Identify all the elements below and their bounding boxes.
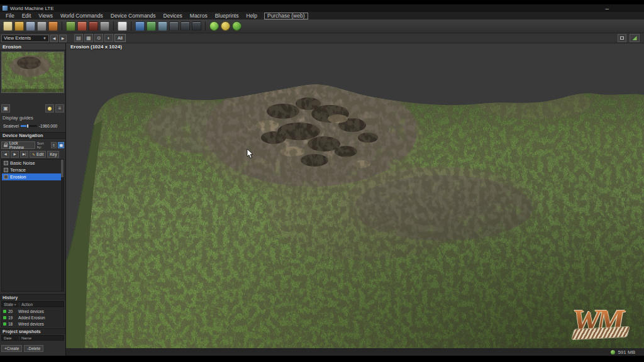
- view-extents-value: View Extents: [4, 35, 31, 41]
- history-row[interactable]: 19 Added Erosion: [2, 314, 64, 321]
- new-world-icon[interactable]: [3, 21, 13, 31]
- extents-prev-button[interactable]: ◀: [50, 35, 58, 42]
- preview-device-icon[interactable]: [74, 34, 83, 42]
- open-world-icon[interactable]: [14, 21, 24, 31]
- menu-file[interactable]: File: [2, 12, 18, 19]
- sealevel-slider[interactable]: [21, 125, 37, 127]
- key-label: Key: [50, 152, 57, 156]
- menu-views[interactable]: Views: [35, 12, 57, 19]
- light-bulb-glyph: [48, 107, 52, 111]
- history-action: Added Erosion: [18, 315, 45, 320]
- history-header: History: [0, 294, 65, 300]
- build-world-icon[interactable]: [37, 21, 47, 31]
- prev-device-button[interactable]: ◀: [1, 151, 9, 158]
- history-action: Wired devices: [18, 309, 44, 314]
- memory-usage: 591 MB: [618, 349, 635, 355]
- viewport-device-label: Erosion (1024 x 1024): [70, 44, 122, 50]
- 3d-viewport[interactable]: Erosion (1024 x 1024): [66, 43, 644, 348]
- letterbox-bottom: [0, 356, 644, 362]
- scrollbar-thumb[interactable]: [61, 160, 64, 177]
- generator-devices-icon[interactable]: [66, 21, 75, 31]
- left-panel: Erosion Display guides Sealevel -1960.00…: [0, 43, 66, 356]
- preview-mode-icon[interactable]: [1, 104, 10, 112]
- explorer-view-icon[interactable]: [158, 21, 167, 31]
- sealevel-slider-knob[interactable]: [26, 124, 29, 128]
- history-action: Wired devices: [18, 322, 44, 326]
- device-list-item-selected[interactable]: Erosion: [2, 173, 64, 180]
- status-bar: 591 MB: [66, 348, 644, 356]
- minimize-button[interactable]: –: [605, 7, 609, 10]
- history-state-dot: [3, 316, 6, 319]
- history-action-column[interactable]: Action: [19, 302, 33, 307]
- snapshot-name-column[interactable]: Name: [19, 336, 31, 340]
- history-row[interactable]: 18 Wired devices: [2, 321, 64, 327]
- world-machine-watermark: WM: [572, 307, 628, 338]
- lock-preview-button[interactable]: Lock Preview: [1, 141, 35, 149]
- save-world-icon[interactable]: [26, 21, 35, 31]
- delete-snapshot-button[interactable]: -Delete: [24, 345, 43, 352]
- view-extents-dropdown[interactable]: View Extents ▼: [1, 35, 49, 42]
- history-state-column[interactable]: State▸: [2, 302, 19, 307]
- history-row[interactable]: 20 Wired devices: [2, 308, 64, 314]
- render-medium-icon[interactable]: [221, 21, 230, 31]
- natural-devices-icon[interactable]: [100, 21, 109, 31]
- sort-grid-toggle[interactable]: [58, 142, 64, 148]
- snapshot-date-column[interactable]: Date: [2, 336, 19, 340]
- render-stats-icon[interactable]: [630, 34, 640, 42]
- terrain-render[interactable]: [66, 43, 644, 348]
- light-icon[interactable]: [45, 104, 54, 112]
- viewport-right-tools: [618, 34, 640, 42]
- terrain-preview-thumbnail[interactable]: [1, 52, 64, 93]
- erosion-devices-icon[interactable]: [89, 21, 98, 31]
- menu-macros[interactable]: Macros: [186, 12, 211, 19]
- menu-device-commands[interactable]: Device Commands: [107, 12, 160, 19]
- menu-edit[interactable]: Edit: [18, 12, 35, 19]
- overlay-toggle-icon[interactable]: [104, 34, 113, 42]
- layout-view-icon[interactable]: [147, 21, 156, 31]
- show-all-button[interactable]: All: [114, 34, 126, 42]
- edit-device-button[interactable]: Edit: [30, 151, 46, 158]
- menu-blueprints[interactable]: Blueprints: [211, 12, 243, 19]
- menu-world-commands[interactable]: World Commands: [57, 12, 107, 19]
- world-options-wrench-icon[interactable]: [48, 21, 58, 31]
- device-navigation-controls: Lock Preview Sort by:: [1, 141, 64, 149]
- toolbar-separator: [62, 21, 62, 31]
- menu-devices[interactable]: Devices: [160, 12, 186, 19]
- title-bar: World Machine LTE –: [0, 4, 644, 12]
- edit-label: Edit: [36, 152, 43, 156]
- sealevel-label: Sealevel: [3, 124, 19, 128]
- visibility-eye-icon[interactable]: [94, 34, 103, 42]
- expand-view-icon[interactable]: [618, 34, 626, 42]
- extents-next-button[interactable]: ▶: [59, 35, 67, 42]
- menu-bar: File Edit Views World Commands Device Co…: [0, 12, 644, 19]
- sort-list-toggle[interactable]: [51, 142, 57, 148]
- preview-controls-row: [1, 104, 64, 113]
- output-devices-icon[interactable]: [77, 21, 87, 31]
- menu-purchase[interactable]: Purchase (web): [264, 13, 308, 19]
- device-list-item[interactable]: Basic Noise: [2, 160, 64, 167]
- render-high-icon[interactable]: [232, 21, 242, 31]
- last-device-button[interactable]: ▶|: [20, 151, 28, 158]
- device-type-icon: [4, 175, 8, 179]
- toggle-toolbar-icon[interactable]: [180, 21, 190, 31]
- pencil-icon: [32, 152, 35, 156]
- world-machine-window: World Machine LTE – File Edit Views Worl…: [0, 0, 644, 362]
- device-list-item[interactable]: Terrace: [2, 167, 64, 173]
- menu-help[interactable]: Help: [243, 12, 261, 19]
- toggle-panel-icon[interactable]: [169, 21, 179, 31]
- device-list: Basic Noise Terrace Erosion: [1, 159, 64, 292]
- next-device-button[interactable]: ▶: [11, 151, 19, 158]
- viewport-tool-group: All: [74, 34, 126, 42]
- history-list: 20 Wired devices 19 Added Erosion 18 Wir…: [1, 308, 64, 327]
- device-workview-icon[interactable]: [135, 21, 145, 31]
- device-name: Basic Noise: [10, 160, 35, 166]
- new-layout-icon[interactable]: [118, 21, 127, 31]
- render-low-icon[interactable]: [209, 21, 219, 31]
- toolbar-separator: [131, 21, 131, 31]
- device-list-scrollbar[interactable]: [61, 160, 64, 291]
- preview-options-icon[interactable]: [55, 104, 64, 112]
- toggle-console-icon[interactable]: [192, 21, 201, 31]
- key-device-button[interactable]: Key: [47, 151, 59, 158]
- create-snapshot-button[interactable]: +Create: [1, 345, 22, 352]
- wire-device-icon[interactable]: [84, 34, 93, 42]
